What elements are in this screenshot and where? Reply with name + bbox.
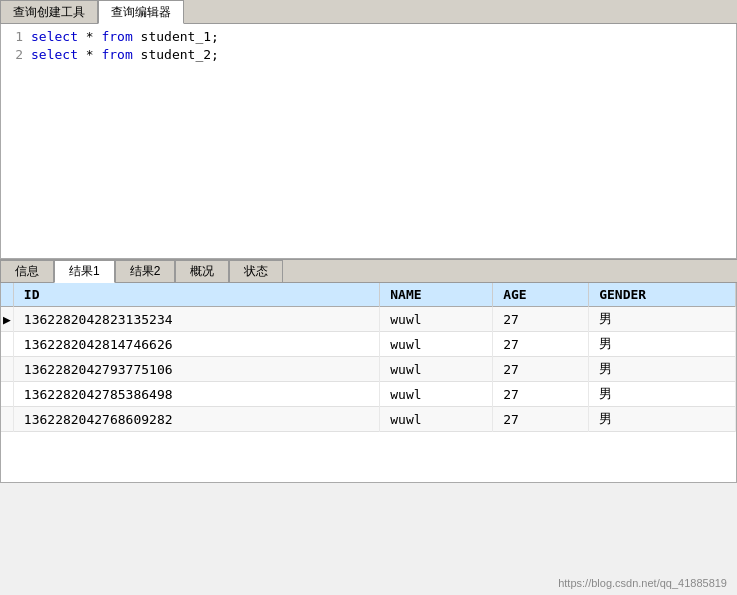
cell-name: wuwl: [380, 357, 493, 382]
col-id: ID: [13, 283, 379, 307]
row-indicator: [1, 382, 13, 407]
tab-status[interactable]: 状态: [229, 260, 283, 282]
cell-age: 27: [493, 307, 589, 332]
bottom-section: 信息 结果1 结果2 概况 状态 ID NAME AGE GENDER: [0, 259, 737, 595]
main-container: 查询创建工具 查询编辑器 1 select * from student_1; …: [0, 0, 737, 595]
col-gender: GENDER: [589, 283, 736, 307]
cell-gender: 男: [589, 407, 736, 432]
tab-result2[interactable]: 结果2: [115, 260, 176, 282]
tab-query-builder[interactable]: 查询创建工具: [0, 0, 98, 23]
table-row: 1362282042768609282 wuwl 27 男: [1, 407, 736, 432]
cell-gender: 男: [589, 382, 736, 407]
cell-id: 1362282042814746626: [13, 332, 379, 357]
cell-id: 1362282042793775106: [13, 357, 379, 382]
table-row: 1362282042785386498 wuwl 27 男: [1, 382, 736, 407]
tab-result1[interactable]: 结果1: [54, 260, 115, 283]
line-number-2: 2: [1, 46, 31, 64]
cell-gender: 男: [589, 332, 736, 357]
result-table-wrapper: ID NAME AGE GENDER ▶ 1362282042823135234…: [0, 283, 737, 483]
cell-name: wuwl: [380, 332, 493, 357]
top-tab-bar: 查询创建工具 查询编辑器: [0, 0, 737, 24]
cell-name: wuwl: [380, 382, 493, 407]
cell-age: 27: [493, 382, 589, 407]
row-indicator: [1, 407, 13, 432]
cell-id: 1362282042768609282: [13, 407, 379, 432]
cell-id: 1362282042785386498: [13, 382, 379, 407]
cell-gender: 男: [589, 307, 736, 332]
row-indicator: [1, 332, 13, 357]
tab-info[interactable]: 信息: [0, 260, 54, 282]
cell-age: 27: [493, 332, 589, 357]
tab-overview[interactable]: 概况: [175, 260, 229, 282]
tab-query-editor[interactable]: 查询编辑器: [98, 0, 184, 24]
col-name: NAME: [380, 283, 493, 307]
result-table: ID NAME AGE GENDER ▶ 1362282042823135234…: [1, 283, 736, 432]
cell-age: 27: [493, 407, 589, 432]
code-line-1: 1 select * from student_1;: [1, 28, 736, 46]
code-text-2: select * from student_2;: [31, 46, 219, 64]
cell-gender: 男: [589, 357, 736, 382]
table-row: 1362282042814746626 wuwl 27 男: [1, 332, 736, 357]
code-editor[interactable]: 1 select * from student_1; 2 select * fr…: [0, 24, 737, 259]
cell-age: 27: [493, 357, 589, 382]
code-line-2: 2 select * from student_2;: [1, 46, 736, 64]
col-indicator: [1, 283, 13, 307]
col-age: AGE: [493, 283, 589, 307]
row-indicator: [1, 357, 13, 382]
table-row: 1362282042793775106 wuwl 27 男: [1, 357, 736, 382]
bottom-tab-bar: 信息 结果1 结果2 概况 状态: [0, 259, 737, 283]
cell-id: 1362282042823135234: [13, 307, 379, 332]
table-row: ▶ 1362282042823135234 wuwl 27 男: [1, 307, 736, 332]
code-text-1: select * from student_1;: [31, 28, 219, 46]
line-number-1: 1: [1, 28, 31, 46]
cell-name: wuwl: [380, 407, 493, 432]
table-header-row: ID NAME AGE GENDER: [1, 283, 736, 307]
row-indicator: ▶: [1, 307, 13, 332]
watermark: https://blog.csdn.net/qq_41885819: [558, 577, 727, 589]
cell-name: wuwl: [380, 307, 493, 332]
